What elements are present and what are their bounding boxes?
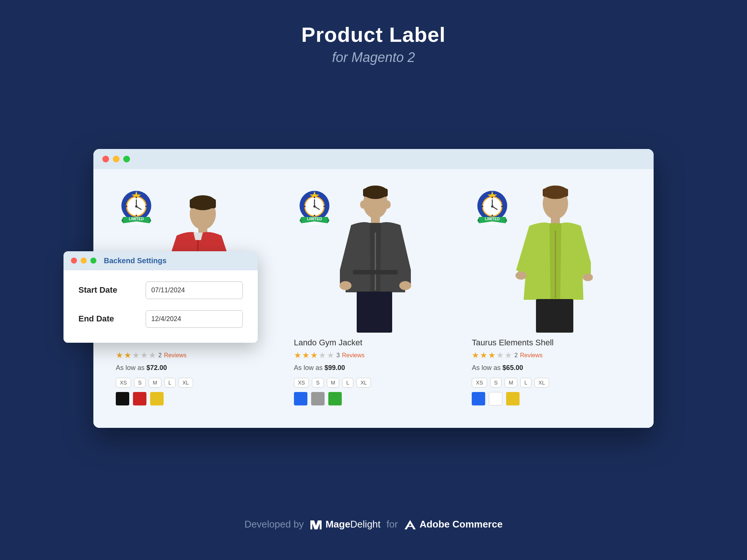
- svg-point-75: [515, 271, 527, 280]
- reviews-label-3: Reviews: [520, 352, 542, 359]
- settings-title: Backend Settings: [104, 256, 167, 265]
- reviews-count-2: 3: [337, 352, 340, 359]
- browser-dot-yellow[interactable]: [113, 156, 120, 162]
- settings-dot-yellow[interactable]: [81, 258, 87, 264]
- browser-content: Backend Settings Start Date: [93, 169, 654, 428]
- size-m-1[interactable]: M: [149, 378, 161, 388]
- end-date-label: End Date: [78, 314, 114, 324]
- color-black-1[interactable]: [116, 392, 129, 405]
- page-header: Product Label for Magento 2: [301, 22, 446, 65]
- size-s-3[interactable]: S: [490, 378, 502, 388]
- star-3-1: ★: [472, 351, 479, 360]
- size-xl-1[interactable]: XL: [179, 378, 193, 388]
- stars-row-3: ★ ★ ★ ★ ★ 2 Reviews: [472, 351, 631, 360]
- stars-2: ★ ★ ★ ★ ★: [294, 351, 334, 360]
- size-m-2[interactable]: M: [327, 378, 340, 388]
- reviews-label-1: Reviews: [164, 352, 186, 359]
- stars-row-2: ★ ★ ★ ★ ★ 3 Reviews: [294, 351, 453, 360]
- color-white-3[interactable]: [489, 392, 502, 405]
- limited-offer-badge-2: LIMITED OFFER: [294, 188, 335, 229]
- svg-text:OFFER: OFFER: [486, 222, 499, 226]
- svg-point-76: [583, 274, 593, 281]
- star-2-4: ★: [319, 351, 326, 360]
- svg-rect-57: [357, 292, 392, 333]
- star-2-2: ★: [302, 351, 310, 360]
- size-xs-2[interactable]: XS: [294, 378, 309, 388]
- color-blue-3[interactable]: [472, 392, 485, 405]
- product-name-3: Taurus Elements Shell: [472, 338, 631, 348]
- page-title: Product Label: [301, 22, 446, 47]
- svg-point-64: [501, 206, 503, 207]
- settings-dot-red[interactable]: [71, 258, 77, 264]
- stars-row-1: ★ ★ ★ ★ ★ 2 Reviews: [116, 351, 275, 360]
- color-blue-2[interactable]: [294, 392, 307, 405]
- svg-point-62: [492, 215, 493, 216]
- star-2-5: ★: [327, 351, 334, 360]
- adobe-a-icon: [404, 519, 416, 530]
- svg-point-19: [136, 215, 137, 216]
- settings-dot-green[interactable]: [90, 258, 96, 264]
- star-3-2: ★: [480, 351, 487, 360]
- color-red-1[interactable]: [133, 392, 146, 405]
- browser-titlebar: [93, 149, 654, 169]
- settings-body: Start Date: [63, 270, 258, 343]
- product-image-area-2: LIMITED OFFER: [294, 184, 453, 333]
- price-row-3: As low as $65.00: [472, 364, 631, 372]
- svg-point-18: [136, 197, 137, 198]
- size-s-2[interactable]: S: [312, 378, 323, 388]
- color-yellow-3[interactable]: [506, 392, 520, 405]
- svg-point-55: [399, 281, 411, 290]
- magedelight-m-icon: [310, 519, 322, 530]
- limited-offer-badge-1: LIMITED OFFER: [116, 188, 157, 229]
- settings-titlebar: Backend Settings: [63, 251, 258, 270]
- browser-dot-green[interactable]: [123, 156, 130, 162]
- size-l-3[interactable]: L: [520, 378, 531, 388]
- price-row-1: As low as $72.00: [116, 364, 275, 372]
- svg-rect-29: [190, 199, 216, 208]
- magedelight-logo: MageDelight: [310, 519, 380, 530]
- size-xl-2[interactable]: XL: [356, 378, 371, 388]
- svg-text:LIMITED: LIMITED: [485, 217, 500, 221]
- svg-point-54: [340, 281, 351, 290]
- price-3: $65.00: [502, 364, 523, 371]
- page-subtitle: for Magento 2: [301, 50, 446, 65]
- svg-text:OFFER: OFFER: [308, 222, 321, 226]
- color-green-2[interactable]: [328, 392, 342, 405]
- magedelight-text: MageDelight: [325, 519, 380, 530]
- start-date-input[interactable]: [146, 283, 243, 298]
- backend-settings-window: Backend Settings Start Date: [63, 251, 258, 343]
- svg-point-39: [314, 215, 315, 216]
- svg-point-38: [314, 197, 315, 198]
- product-name-2: Lando Gym Jacket: [294, 338, 453, 348]
- end-date-input[interactable]: [146, 311, 243, 327]
- product-person-3: [511, 184, 593, 333]
- footer-developed-by: Developed by: [244, 519, 304, 530]
- size-s-1[interactable]: S: [134, 378, 146, 388]
- svg-rect-72: [543, 189, 568, 197]
- size-m-3[interactable]: M: [505, 378, 517, 388]
- adobe-commerce-text: Adobe Commerce: [419, 519, 503, 530]
- svg-text:OFFER: OFFER: [130, 222, 143, 226]
- size-xs-3[interactable]: XS: [472, 378, 487, 388]
- colors-row-2: [294, 392, 453, 405]
- color-yellow-1[interactable]: [150, 392, 164, 405]
- price-2: $99.00: [325, 364, 345, 371]
- footer: Developed by MageDelight for Adobe Comme…: [244, 519, 502, 530]
- svg-point-40: [304, 206, 306, 207]
- star-1-4: ★: [140, 351, 148, 360]
- star-2-3: ★: [310, 351, 318, 360]
- size-xs-1[interactable]: XS: [116, 378, 131, 388]
- svg-point-61: [492, 197, 493, 198]
- size-l-2[interactable]: L: [342, 378, 353, 388]
- svg-point-20: [126, 206, 127, 207]
- color-gray-2[interactable]: [311, 392, 325, 405]
- browser-dot-red[interactable]: [102, 156, 109, 162]
- star-2-1: ★: [294, 351, 301, 360]
- size-xl-3[interactable]: XL: [534, 378, 549, 388]
- star-3-3: ★: [488, 351, 496, 360]
- size-l-1[interactable]: L: [164, 378, 176, 388]
- star-1-2: ★: [124, 351, 131, 360]
- svg-point-50: [360, 200, 366, 209]
- svg-point-21: [145, 206, 147, 207]
- reviews-count-1: 2: [158, 352, 162, 359]
